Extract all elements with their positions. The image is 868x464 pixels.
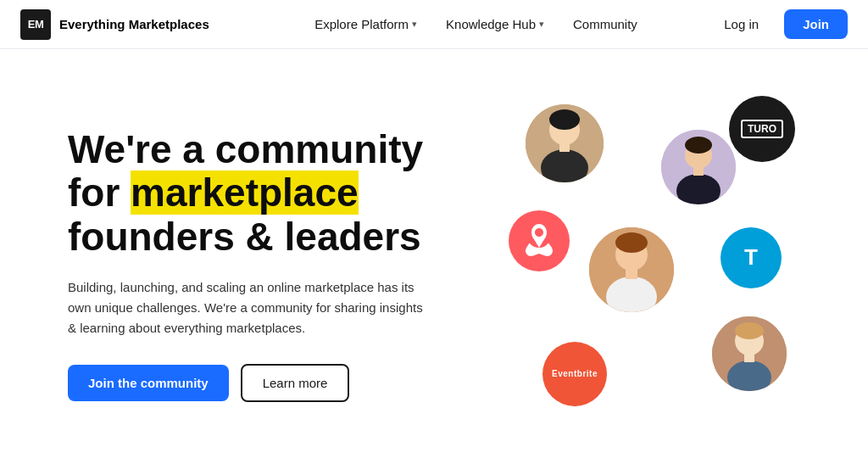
- hero-title-line3: founders & leaders: [68, 215, 421, 259]
- nav-explore-label: Explore Platform: [314, 17, 409, 31]
- nav-explore-platform[interactable]: Explore Platform ▾: [303, 10, 429, 38]
- logo-icon: EM: [20, 9, 51, 40]
- hero-title-line2: for marketplace: [68, 171, 359, 215]
- brand-name: Everything Marketplaces: [59, 17, 209, 31]
- nav-community-label: Community: [573, 17, 637, 31]
- svg-point-7: [685, 137, 712, 154]
- thumbtack-logo-symbol: T: [744, 244, 758, 271]
- hero-title-highlight: marketplace: [131, 171, 359, 215]
- avatar-person-1: [526, 104, 604, 182]
- svg-point-17: [735, 322, 764, 339]
- chevron-down-icon: ▾: [539, 19, 544, 30]
- svg-point-2: [549, 109, 580, 130]
- logo-initials: EM: [28, 18, 44, 31]
- hero-cta-buttons: Join the community Learn more: [68, 364, 492, 402]
- airbnb-logo: [509, 210, 570, 271]
- eventbrite-logo: Eventbrite: [542, 342, 607, 406]
- nav-knowledge-hub[interactable]: Knowledge Hub ▾: [434, 10, 556, 38]
- eventbrite-logo-text: Eventbrite: [548, 369, 601, 378]
- join-button[interactable]: Join: [784, 9, 848, 39]
- turo-logo: TURO: [729, 96, 795, 162]
- chevron-down-icon: ▾: [412, 19, 417, 30]
- hero-title: We're a community for marketplace founde…: [68, 128, 492, 260]
- hero-title-line1: We're a community: [68, 127, 423, 171]
- avatar-person-4: [712, 316, 787, 391]
- nav-knowledge-label: Knowledge Hub: [446, 17, 536, 31]
- logo-link[interactable]: EM Everything Marketplaces: [20, 9, 209, 40]
- hero-section: We're a community for marketplace founde…: [0, 49, 868, 464]
- svg-rect-14: [626, 268, 637, 279]
- navbar: EM Everything Marketplaces Explore Platf…: [0, 0, 868, 49]
- learn-more-button[interactable]: Learn more: [241, 364, 350, 402]
- hero-content: We're a community for marketplace founde…: [68, 128, 492, 403]
- svg-rect-4: [559, 142, 570, 152]
- hero-description: Building, launching, and scaling an onli…: [68, 277, 424, 338]
- nav-actions: Log in Join: [709, 9, 848, 39]
- svg-rect-19: [744, 352, 754, 362]
- login-button[interactable]: Log in: [709, 10, 774, 38]
- hero-illustration: TURO T Eventbrite: [492, 79, 817, 452]
- avatar-person-3: [589, 227, 674, 312]
- svg-point-12: [615, 232, 648, 253]
- svg-rect-9: [693, 165, 704, 176]
- avatar-person-2: [661, 130, 736, 204]
- nav-links: Explore Platform ▾ Knowledge Hub ▾ Commu…: [243, 10, 709, 38]
- join-community-button[interactable]: Join the community: [68, 365, 229, 401]
- turo-logo-text: TURO: [741, 120, 783, 138]
- thumbtack-logo: T: [721, 227, 782, 288]
- nav-community[interactable]: Community: [561, 10, 649, 38]
